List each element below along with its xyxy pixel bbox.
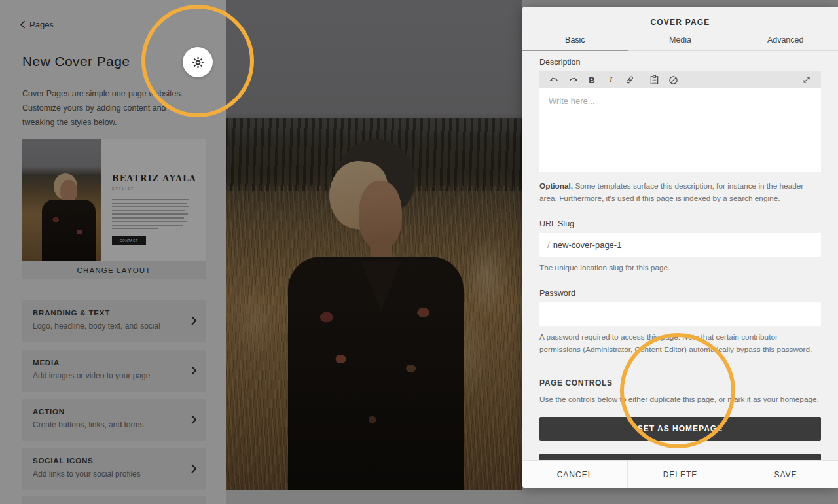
description-label: Description: [539, 58, 821, 67]
url-slug-label: URL Slug: [539, 219, 821, 228]
expand-icon[interactable]: [799, 73, 814, 87]
description-input[interactable]: [539, 88, 821, 172]
gear-icon: [191, 56, 205, 69]
rich-text-toolbar: B I: [539, 71, 821, 88]
delete-button[interactable]: DELETE: [627, 461, 733, 488]
tab-advanced[interactable]: Advanced: [733, 29, 838, 50]
settings-tabs: Basic Media Advanced: [522, 29, 838, 51]
page-settings-button[interactable]: [183, 47, 213, 77]
password-input[interactable]: [539, 302, 821, 326]
active-tab-underline: [522, 50, 628, 51]
panel-title: COVER PAGE: [522, 7, 838, 29]
save-button[interactable]: SAVE: [733, 461, 838, 488]
form-icon[interactable]: [646, 73, 662, 87]
url-slug-helper: The unique location slug for this page.: [539, 262, 821, 274]
cover-page-settings-panel: COVER PAGE Basic Media Advanced Descript…: [522, 7, 838, 488]
tab-basic[interactable]: Basic: [522, 29, 628, 50]
cancel-button[interactable]: CANCEL: [522, 461, 627, 488]
description-helper: Optional. Some templates surface this de…: [539, 180, 821, 205]
redo-icon[interactable]: [565, 73, 581, 87]
panel-footer: CANCEL DELETE SAVE: [522, 460, 838, 488]
password-label: Password: [539, 289, 821, 298]
slug-value: new-cover-page-1: [553, 240, 622, 250]
set-as-homepage-button[interactable]: SET AS HOMEPAGE: [539, 417, 821, 441]
slug-prefix: /: [547, 240, 550, 250]
page-controls-helper: Use the controls below to either duplica…: [539, 393, 821, 406]
undo-icon[interactable]: [546, 73, 562, 87]
link-icon[interactable]: [622, 73, 638, 87]
tab-media[interactable]: Media: [628, 29, 733, 50]
bold-icon[interactable]: B: [584, 73, 600, 87]
password-helper: A password required to access this page.…: [539, 331, 821, 356]
italic-icon[interactable]: I: [603, 73, 619, 87]
page-controls-label: PAGE CONTROLS: [539, 378, 821, 387]
url-slug-input[interactable]: / new-cover-page-1: [539, 233, 821, 257]
clear-formatting-icon[interactable]: [665, 73, 681, 87]
